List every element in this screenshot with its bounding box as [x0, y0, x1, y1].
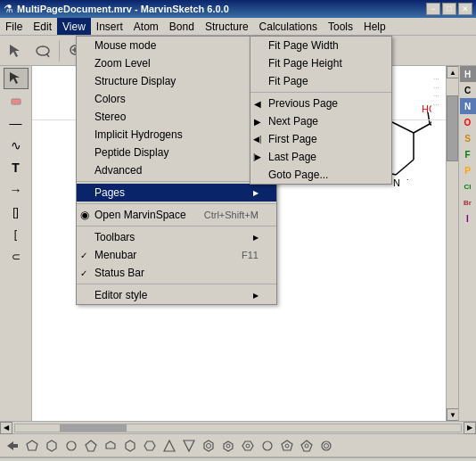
menu-separator-3 — [77, 226, 276, 226]
h-scroll-track[interactable] — [14, 424, 462, 432]
arrow-tool-button[interactable] — [4, 68, 29, 89]
svg-marker-38 — [204, 440, 213, 451]
bond-wavy-button[interactable]: ∿ — [4, 135, 29, 156]
shape-pentagon3-button[interactable] — [102, 437, 119, 455]
orbital-button[interactable]: ⊂ — [4, 246, 29, 268]
text-tool-button[interactable]: T — [4, 157, 29, 178]
vertical-scrollbar[interactable]: ▲ ▼ — [446, 66, 458, 421]
scroll-left-button[interactable]: ◀ — [0, 422, 12, 434]
maximize-button[interactable]: □ — [442, 3, 456, 15]
shape-circle-button[interactable] — [62, 437, 80, 455]
menu-item-structure-display[interactable]: Structure Display — [77, 72, 276, 90]
scroll-down-button[interactable]: ▼ — [447, 408, 458, 421]
svg-point-48 — [305, 444, 308, 448]
menu-calculations[interactable]: Calculations — [254, 18, 323, 35]
svg-text:N: N — [393, 177, 400, 188]
h-scroll-thumb[interactable] — [60, 424, 127, 432]
menu-structure[interactable]: Structure — [200, 18, 254, 35]
close-button[interactable]: ✕ — [458, 3, 472, 15]
element-S-button[interactable]: S — [460, 130, 476, 146]
svg-point-50 — [324, 443, 329, 448]
svg-marker-30 — [47, 440, 56, 451]
shape-ring2-button[interactable] — [219, 437, 237, 455]
menu-atom[interactable]: Atom — [128, 18, 164, 35]
menu-item-implicit-h[interactable]: Implicit Hydrogens — [77, 126, 276, 144]
shape-triangle-button[interactable] — [160, 437, 178, 455]
menu-tools[interactable]: Tools — [323, 18, 358, 35]
element-O-button[interactable]: O — [460, 114, 476, 130]
shape-hexagon2-button[interactable] — [121, 437, 139, 455]
menu-item-advanced[interactable]: Advanced — [77, 161, 276, 179]
menu-bond[interactable]: Bond — [164, 18, 200, 35]
menu-insert[interactable]: Insert — [91, 18, 128, 35]
fit-page-item[interactable]: Fit Page — [250, 72, 391, 90]
bracket-button[interactable]: [] — [4, 202, 29, 223]
first-page-item[interactable]: ◀| First Page — [250, 130, 391, 148]
menu-item-peptide-display[interactable]: Peptide Display — [77, 144, 276, 161]
svg-marker-36 — [164, 440, 175, 451]
shape-triangle2-button[interactable] — [180, 437, 198, 455]
menu-item-colors[interactable]: Colors — [77, 90, 276, 108]
eraser-tool-button[interactable] — [4, 90, 29, 111]
shape-ring5-button[interactable] — [298, 437, 316, 455]
shape-ring4-button[interactable] — [278, 437, 296, 455]
lasso-tool-button[interactable] — [30, 39, 55, 62]
menu-item-pages[interactable]: Pages — [77, 184, 276, 202]
element-F-button[interactable]: F — [460, 146, 476, 162]
menu-item-stereo[interactable]: Stereo — [77, 108, 276, 126]
shape-ring3-button[interactable] — [239, 437, 257, 455]
element-Cl-button[interactable]: Cl — [460, 178, 476, 194]
scroll-right-button[interactable]: ▶ — [464, 422, 476, 434]
scroll-thumb[interactable] — [447, 95, 458, 161]
bracket-single-button[interactable]: [ — [4, 224, 29, 245]
svg-marker-28 — [7, 441, 18, 450]
previous-page-item[interactable]: ◀ Previous Page — [250, 95, 391, 112]
menu-item-editor-style[interactable]: Editor style — [77, 286, 276, 304]
element-H-button[interactable]: H — [460, 66, 476, 82]
window-title: MultiPageDocument.mrv - MarvinSketch 6.0… — [17, 4, 229, 14]
fit-page-width-item[interactable]: Fit Page Width — [250, 37, 391, 54]
element-Br-button[interactable]: Br — [460, 194, 476, 210]
scroll-track[interactable] — [447, 78, 458, 408]
menu-item-status-bar[interactable]: ✓ Status Bar — [77, 264, 276, 282]
menu-view[interactable]: View — [57, 18, 91, 35]
element-C-button[interactable]: C — [460, 82, 476, 98]
menu-item-toolbars[interactable]: Toolbars — [77, 228, 276, 246]
shape-ring1-button[interactable] — [200, 437, 217, 455]
goto-page-item[interactable]: Goto Page... — [250, 166, 391, 184]
menu-separator-1 — [77, 181, 276, 182]
right-element-toolbar: H C N O S F P Cl Br I — [458, 66, 476, 421]
svg-marker-34 — [126, 440, 135, 451]
menu-file[interactable]: File — [0, 18, 28, 35]
element-N-button[interactable]: N — [460, 98, 476, 114]
menu-item-open-marvinspace[interactable]: ◉ Open MarvinSpace Ctrl+Shift+M — [77, 206, 276, 224]
fit-page-height-item[interactable]: Fit Page Height — [250, 54, 391, 72]
shape-pentagon2-button[interactable] — [82, 437, 100, 455]
element-P-button[interactable]: P — [460, 162, 476, 178]
horizontal-scrollbar[interactable]: ◀ ▶ — [0, 421, 476, 433]
menu-item-menubar[interactable]: ✓ Menubar F11 — [77, 246, 276, 264]
last-page-item[interactable]: |▶ Last Page — [250, 148, 391, 166]
menu-item-zoom-level[interactable]: Zoom Level — [77, 54, 276, 72]
minimize-button[interactable]: − — [426, 3, 440, 15]
select-tool-button[interactable] — [4, 39, 29, 62]
shape-circle2-button[interactable] — [259, 437, 276, 455]
shape-hexagon3-button[interactable] — [141, 437, 159, 455]
shape-hexagon-button[interactable] — [43, 437, 61, 455]
menu-help[interactable]: Help — [358, 18, 391, 35]
app-icon: ⚗ — [4, 3, 13, 15]
shape-arrow-button[interactable] — [4, 437, 21, 455]
title-bar: ⚗ MultiPageDocument.mrv - MarvinSketch 6… — [0, 0, 476, 18]
shape-ring6-button[interactable] — [317, 437, 335, 455]
bond-single-button[interactable]: — — [4, 112, 29, 134]
menu-edit[interactable]: Edit — [28, 18, 57, 35]
next-page-item[interactable]: ▶ Next Page — [250, 112, 391, 130]
svg-text:HO: HO — [422, 103, 431, 114]
element-I-button[interactable]: I — [460, 210, 476, 226]
svg-point-44 — [263, 441, 272, 450]
scroll-up-button[interactable]: ▲ — [447, 66, 458, 78]
svg-marker-37 — [184, 440, 194, 451]
arrow-draw-button[interactable]: → — [4, 179, 29, 201]
shape-pentagon-button[interactable] — [23, 437, 41, 455]
menu-item-mouse-mode[interactable]: Mouse mode — [77, 37, 276, 54]
